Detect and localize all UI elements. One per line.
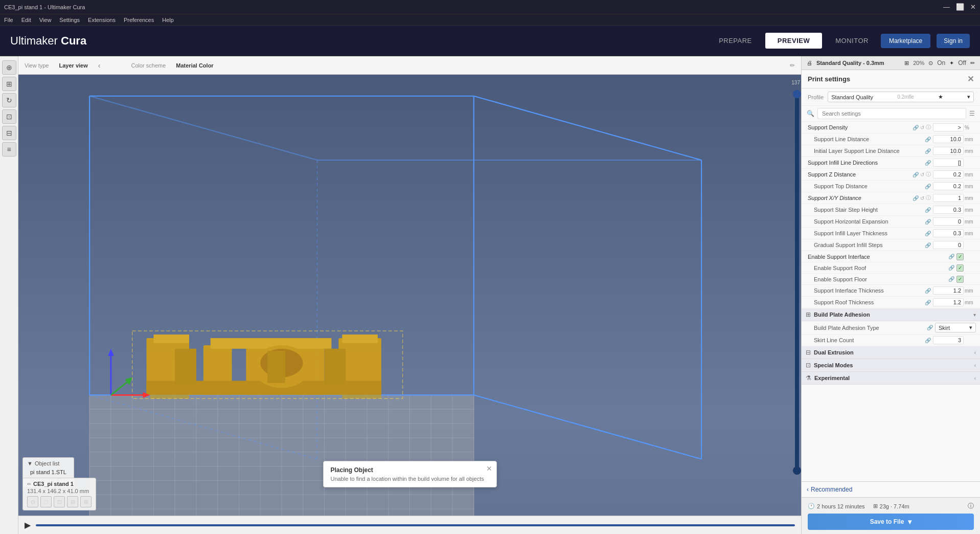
lock-icon-6[interactable]: 🔗 bbox=[925, 184, 931, 189]
save-dropdown-arrow[interactable]: ▾ bbox=[908, 518, 911, 526]
tool-scale[interactable]: ⊞ bbox=[2, 77, 16, 91]
close-button[interactable]: ✕ bbox=[970, 3, 976, 11]
setting-value-interface-thickness[interactable]: 1.2 bbox=[933, 286, 964, 295]
lock-icon-13[interactable]: 🔗 bbox=[948, 265, 954, 271]
section-special-modes[interactable]: ⊡ Special Modes ‹ bbox=[802, 359, 980, 372]
profile-select[interactable]: Standard Quality 0.2mfle ★ ▾ bbox=[828, 92, 974, 102]
lock-icon-14[interactable]: 🔗 bbox=[948, 276, 954, 282]
lock-icon[interactable]: 🔗 bbox=[913, 125, 919, 130]
tool-support[interactable]: ⊟ bbox=[2, 126, 16, 140]
collapse-icon[interactable]: ▼ bbox=[27, 460, 33, 466]
info-icon[interactable]: ⓘ bbox=[926, 124, 931, 131]
tool-2[interactable]: □ bbox=[40, 496, 52, 507]
marketplace-button[interactable]: Marketplace bbox=[881, 34, 930, 48]
setting-value-skirt-line-count[interactable]: 3 bbox=[933, 336, 964, 344]
info-icon-2[interactable]: ⓘ bbox=[926, 171, 931, 178]
lock-icon-10[interactable]: 🔗 bbox=[925, 231, 931, 236]
section-experimental[interactable]: ⚗ Experimental ‹ bbox=[802, 372, 980, 385]
info-icon-3[interactable]: ⓘ bbox=[926, 194, 931, 202]
lock-icon-8[interactable]: 🔗 bbox=[925, 207, 931, 213]
special-modes-arrow[interactable]: ‹ bbox=[974, 363, 976, 368]
save-to-file-button[interactable]: Save to File ▾ bbox=[808, 514, 974, 530]
lock-icon-11[interactable]: 🔗 bbox=[925, 242, 931, 248]
dual-extrusion-arrow[interactable]: ‹ bbox=[974, 350, 976, 355]
layer-handle-bottom[interactable] bbox=[793, 466, 801, 475]
lock-icon-12[interactable]: 🔗 bbox=[948, 254, 954, 259]
tab-preview[interactable]: PREVIEW bbox=[765, 33, 822, 49]
maximize-button[interactable]: ⬜ bbox=[956, 3, 964, 11]
lock-icon-4[interactable]: 🔗 bbox=[925, 160, 931, 166]
edit-icon[interactable]: ✏ bbox=[790, 62, 795, 69]
tab-prepare[interactable]: PREPARE bbox=[706, 33, 764, 49]
setting-value-support-line-distance[interactable]: 10.0 bbox=[933, 135, 964, 143]
lock-icon-18[interactable]: 🔗 bbox=[925, 338, 931, 343]
reset-icon-3[interactable]: ↺ bbox=[920, 195, 924, 201]
layer-handle-top[interactable] bbox=[793, 90, 801, 98]
recommended-button[interactable]: ‹ Recommended bbox=[807, 486, 852, 493]
menu-edit[interactable]: Edit bbox=[21, 17, 31, 23]
lock-icon-15[interactable]: 🔗 bbox=[925, 288, 931, 294]
setting-value-top-distance[interactable]: 0.2 bbox=[933, 182, 964, 190]
support-off[interactable]: Off bbox=[958, 59, 966, 66]
setting-value-infill-directions[interactable]: [] bbox=[933, 159, 964, 167]
lock-icon-5[interactable]: 🔗 bbox=[913, 172, 919, 177]
layer-slider[interactable] bbox=[36, 524, 795, 526]
setting-value-stair-step[interactable]: 0.3 bbox=[933, 206, 964, 214]
checkbox-support-floor[interactable] bbox=[956, 276, 964, 283]
lock-icon-2[interactable]: 🔗 bbox=[925, 137, 931, 142]
setting-value-z-distance[interactable]: 0.2 bbox=[933, 170, 964, 179]
tool-3[interactable]: ⊡ bbox=[54, 496, 65, 507]
section-build-plate-adhesion[interactable]: ⊞ Build Plate Adhesion ▾ bbox=[802, 308, 980, 321]
search-input[interactable] bbox=[817, 108, 966, 119]
layer-slider-vertical[interactable] bbox=[795, 90, 799, 475]
edit-settings-icon[interactable]: ✏ bbox=[970, 60, 975, 66]
setting-value-gradual-infill[interactable]: 0 bbox=[933, 241, 964, 249]
signin-button[interactable]: Sign in bbox=[937, 34, 970, 48]
object-item-1[interactable]: pi stand 1.STL bbox=[27, 468, 70, 476]
menu-help[interactable]: Help bbox=[162, 17, 174, 23]
setting-value-infill-layer[interactable]: 0.3 bbox=[933, 229, 964, 237]
setting-value-roof-thickness[interactable]: 1.2 bbox=[933, 298, 964, 306]
minimize-button[interactable]: — bbox=[943, 3, 950, 11]
lock-icon-17[interactable]: 🔗 bbox=[927, 325, 933, 330]
menu-extensions[interactable]: Extensions bbox=[88, 17, 116, 23]
edit-icon[interactable]: ✏ bbox=[27, 481, 31, 487]
reset-icon-2[interactable]: ↺ bbox=[920, 172, 924, 177]
menu-file[interactable]: File bbox=[4, 17, 13, 23]
menu-settings[interactable]: Settings bbox=[59, 17, 80, 23]
build-plate-arrow[interactable]: ▾ bbox=[973, 312, 976, 318]
lock-icon-7[interactable]: 🔗 bbox=[913, 195, 919, 201]
info-icon-save[interactable]: ⓘ bbox=[968, 502, 974, 510]
lock-icon-3[interactable]: 🔗 bbox=[925, 148, 931, 154]
support-on[interactable]: On bbox=[937, 59, 945, 66]
adhesion-type-dropdown[interactable]: Skirt ▾ bbox=[935, 323, 976, 332]
checkbox-support-roof[interactable] bbox=[956, 264, 964, 272]
setting-value-support-density[interactable]: > bbox=[933, 123, 964, 131]
lock-icon-16[interactable]: 🔗 bbox=[925, 300, 931, 305]
menu-view[interactable]: View bbox=[39, 17, 52, 23]
tool-rotate[interactable]: ↻ bbox=[2, 93, 16, 107]
checkbox-support-interface[interactable] bbox=[956, 253, 964, 260]
tool-group[interactable]: ≡ bbox=[2, 142, 16, 157]
lock-icon-9[interactable]: 🔗 bbox=[925, 219, 931, 225]
profile-arrow[interactable]: ▾ bbox=[967, 94, 970, 100]
tool-mirror[interactable]: ⊡ bbox=[2, 109, 16, 124]
print-settings-close[interactable]: ✕ bbox=[967, 74, 974, 84]
experimental-arrow[interactable]: ‹ bbox=[974, 375, 976, 381]
tool-1[interactable]: ⊙ bbox=[27, 496, 38, 507]
menu-preferences[interactable]: Preferences bbox=[124, 17, 154, 23]
tool-move[interactable]: ⊕ bbox=[2, 60, 16, 75]
tool-4[interactable]: ⊟ bbox=[67, 496, 78, 507]
setting-value-initial-layer[interactable]: 10.0 bbox=[933, 147, 964, 155]
setting-value-horiz-expansion[interactable]: 0 bbox=[933, 217, 964, 226]
play-button[interactable]: ▶ bbox=[25, 520, 31, 530]
notification-close[interactable]: ✕ bbox=[486, 464, 492, 473]
tab-monitor[interactable]: MONITOR bbox=[823, 33, 881, 49]
profile-star[interactable]: ★ bbox=[938, 94, 943, 100]
view-collapse-icon[interactable]: ‹ bbox=[98, 61, 101, 70]
setting-value-xy-distance[interactable]: 1 bbox=[933, 194, 964, 202]
tool-5[interactable]: ⊞ bbox=[80, 496, 92, 507]
settings-menu-icon[interactable]: ☰ bbox=[969, 110, 975, 117]
reset-icon[interactable]: ↺ bbox=[920, 125, 924, 130]
section-dual-extrusion[interactable]: ⊟ Dual Extrusion ‹ bbox=[802, 346, 980, 359]
